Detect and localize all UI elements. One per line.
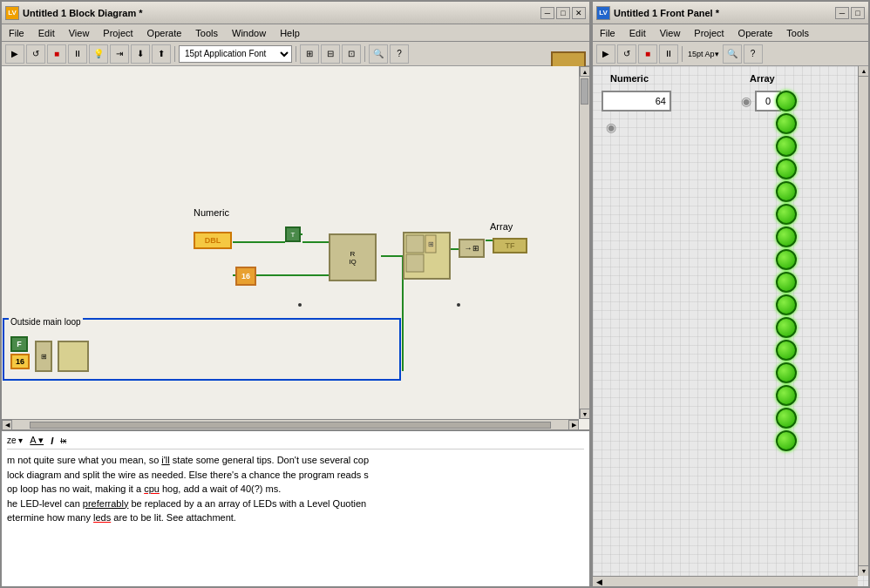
fp-menu-project[interactable]: Project	[690, 27, 727, 39]
block-diagram-toolbar: ▶ ↺ ■ ⏸ 💡 ⇥ ⬇ ⬆ 15pt Application Font ⊞ …	[2, 42, 589, 66]
step-into-button[interactable]: ⬇	[131, 44, 150, 64]
run-continuously-button[interactable]: ↺	[26, 44, 45, 64]
diagram-canvas[interactable]: Numeric DBL T R IQ 16	[2, 66, 589, 429]
fp-menu-edit[interactable]: Edit	[626, 27, 649, 39]
front-panel-toolbar: ▶ ↺ ■ ⏸ 15pt Ap▾ 🔍 ?	[593, 42, 868, 66]
app-icon: LV	[5, 6, 19, 20]
menu-view[interactable]: View	[65, 27, 93, 39]
svg-text:⊞: ⊞	[428, 240, 434, 248]
distribute-button[interactable]: ⊟	[321, 44, 340, 64]
fp-scrollbar-vertical[interactable]: ▲ ▼	[858, 66, 868, 576]
minimize-button[interactable]: ─	[540, 7, 554, 19]
diagram-scrollbar-vertical[interactable]: ▲ ▼	[579, 66, 589, 419]
fp-led-12	[776, 340, 797, 361]
complex-block[interactable]: ⊞	[403, 232, 451, 280]
scroll-thumb-vertical[interactable]	[581, 78, 588, 105]
close-button[interactable]: ✕	[572, 7, 586, 19]
num16-block[interactable]: 16	[235, 267, 256, 286]
tf-block[interactable]: TF	[493, 238, 527, 253]
shift-block[interactable]: R IQ	[329, 233, 377, 281]
scroll-up-button[interactable]: ▲	[580, 66, 589, 77]
fp-numeric-display[interactable]: ◉ 64	[602, 91, 671, 112]
fp-leds-column	[776, 91, 797, 451]
scroll-down-button[interactable]: ▼	[580, 409, 589, 419]
scroll-right-button[interactable]: ▶	[568, 420, 579, 430]
fp-minimize-button[interactable]: ─	[835, 7, 849, 19]
menu-edit[interactable]: Edit	[35, 27, 58, 39]
font-size-indicator: ze ▾	[7, 436, 23, 445]
fp-maximize-button[interactable]: □	[851, 7, 865, 19]
fp-run-button[interactable]: ▶	[596, 44, 615, 64]
menu-help[interactable]: Help	[276, 27, 303, 39]
fp-led-14	[776, 385, 797, 406]
block-diagram-menubar: File Edit View Project Operate Tools Win…	[2, 24, 589, 42]
fp-numeric-value: 64	[603, 96, 669, 106]
numeric-label: Numeric	[194, 207, 229, 218]
font-selector[interactable]: 15pt Application Font	[179, 45, 292, 63]
fp-scroll-up[interactable]: ▲	[859, 66, 868, 77]
fp-menu-operate[interactable]: Operate	[735, 27, 777, 39]
abort-button[interactable]: ■	[47, 44, 66, 64]
run-button[interactable]: ▶	[5, 44, 24, 64]
fp-help-button[interactable]: ?	[744, 44, 763, 64]
menu-window[interactable]: Window	[228, 27, 269, 39]
fp-zoom-button[interactable]: 🔍	[723, 44, 742, 64]
pause-button[interactable]: ⏸	[68, 44, 87, 64]
fp-abort-button[interactable]: ■	[638, 44, 657, 64]
highlight-button[interactable]: 💡	[89, 44, 108, 64]
search-button[interactable]: 🔍	[369, 44, 388, 64]
fp-led-4	[776, 159, 797, 179]
fp-scroll-down[interactable]: ▼	[859, 565, 868, 576]
menu-operate[interactable]: Operate	[144, 27, 186, 39]
menu-tools[interactable]: Tools	[192, 27, 221, 39]
menu-file[interactable]: File	[5, 27, 28, 39]
strikethrough-indicator: Ix	[60, 436, 66, 445]
svg-rect-13	[406, 254, 424, 272]
maximize-button[interactable]: □	[556, 7, 570, 19]
step-out-button[interactable]: ⬆	[152, 44, 171, 64]
toolbar-separator-2	[296, 46, 296, 62]
fp-led-1	[776, 91, 797, 112]
block-diagram-title: Untitled 1 Block Diagram *	[23, 8, 537, 18]
front-panel-window: LV Untitled 1 Front Panel * ─ □ File Edi…	[591, 0, 870, 588]
toolbar-separator-1	[174, 46, 175, 62]
toolbar-separator-3	[364, 46, 365, 62]
dbl-block[interactable]: DBL	[194, 232, 232, 249]
resize-button[interactable]: ⊡	[342, 44, 361, 64]
text-color-btn[interactable]: A ▾	[30, 435, 44, 446]
fp-array-knob[interactable]: ◉	[741, 91, 751, 112]
help-button[interactable]: ?	[390, 44, 409, 64]
fp-menu-file[interactable]: File	[596, 27, 619, 39]
f-block[interactable]: F	[10, 336, 28, 352]
scroll-thumb-horizontal[interactable]	[30, 422, 551, 429]
fp-numeric-knob[interactable]: ◉	[605, 118, 617, 136]
fp-numeric-label: Numeric	[610, 73, 649, 84]
step-over-button[interactable]: ⇥	[110, 44, 129, 64]
menu-project[interactable]: Project	[99, 27, 136, 39]
fp-led-2	[776, 113, 797, 134]
waypoint-dot-1	[298, 303, 302, 307]
scroll-left-button[interactable]: ◀	[2, 420, 12, 430]
fp-led-6	[776, 204, 797, 225]
fp-pause-button[interactable]: ⏸	[659, 44, 678, 64]
text-line-4: he LED-level can preferrably be replaced…	[7, 497, 584, 511]
fp-led-9	[776, 272, 797, 293]
front-panel-menubar: File Edit View Project Operate Tools	[593, 24, 868, 42]
fp-menu-view[interactable]: View	[656, 27, 684, 39]
inside-num16-block[interactable]: 16	[10, 354, 30, 369]
front-panel-canvas[interactable]: Numeric Array ◉ 64 ◉ 0	[593, 66, 868, 586]
fp-run-continuously-button[interactable]: ↺	[617, 44, 636, 64]
fp-led-7	[776, 226, 797, 247]
fp-led-11	[776, 317, 797, 338]
fp-array-label: Array	[750, 73, 775, 84]
svg-rect-11	[406, 235, 424, 253]
italic-btn[interactable]: I	[51, 436, 53, 446]
text-line-2: lock diagram and split the wire as neede…	[7, 468, 584, 483]
diagram-scrollbar-horizontal[interactable]: ◀ ▶	[2, 419, 579, 429]
fp-menu-tools[interactable]: Tools	[783, 27, 812, 39]
green-t-block[interactable]: T	[285, 226, 301, 242]
inner-shift-block[interactable]: ⊞	[35, 341, 52, 372]
align-button[interactable]: ⊞	[300, 44, 319, 64]
inner-complex-block[interactable]	[58, 341, 89, 372]
right-arrow-block[interactable]: →⊞	[459, 239, 485, 258]
